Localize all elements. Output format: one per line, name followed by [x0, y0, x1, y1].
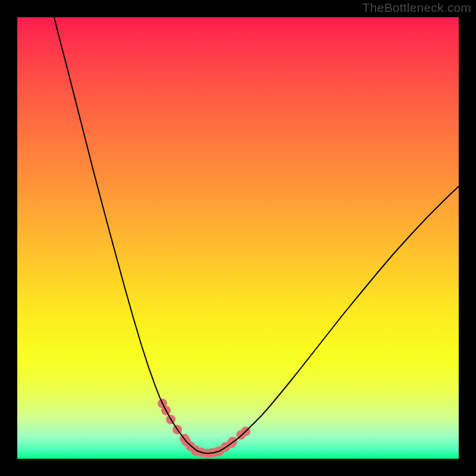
watermark-text: TheBottleneck.com — [362, 1, 471, 15]
chart-frame: TheBottleneck.com — [0, 0, 476, 476]
bottleneck-curve — [54, 17, 459, 453]
curve-svg — [17, 17, 459, 459]
marker-group — [158, 399, 250, 458]
plot-area — [17, 17, 459, 459]
